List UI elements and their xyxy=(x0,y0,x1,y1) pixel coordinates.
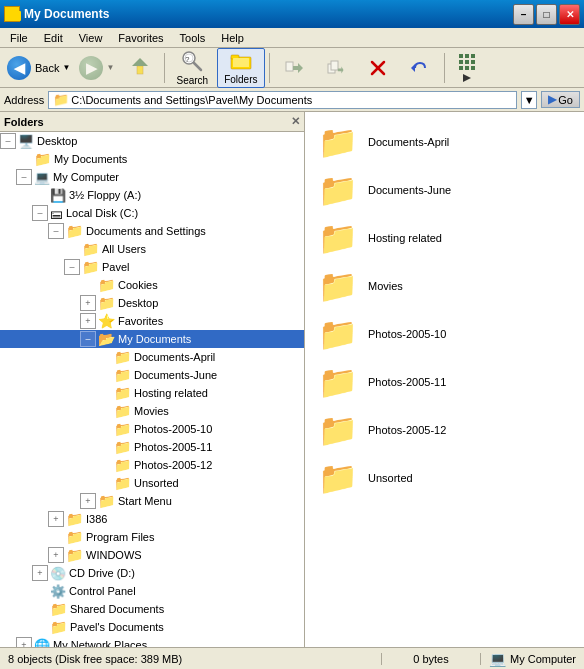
tree-label-my-documents-sel: My Documents xyxy=(118,333,191,345)
tree-label-pavels-docs: Pavel's Documents xyxy=(70,621,164,633)
tree-item-photos-11[interactable]: 📁 Photos-2005-11 xyxy=(0,438,304,456)
tree-item-docs-april[interactable]: 📁 Documents-April xyxy=(0,348,304,366)
tree-item-favorites[interactable]: + ⭐ Favorites xyxy=(0,312,304,330)
expand-my-docs-sel[interactable]: – xyxy=(80,331,96,347)
tree-item-cd-drive[interactable]: + 💿 CD Drive (D:) xyxy=(0,564,304,582)
menu-file[interactable]: File xyxy=(2,30,36,46)
back-button[interactable]: ◀ Back ▼ xyxy=(4,53,74,83)
expand-pavel[interactable]: – xyxy=(64,259,80,275)
content-item-photos-10[interactable]: 📁 Photos-2005-10 xyxy=(309,312,580,356)
view-button[interactable] xyxy=(449,49,489,87)
delete-button[interactable] xyxy=(358,55,398,81)
tree-scroll[interactable]: – 🖥️ Desktop 📁 My Documents – 💻 My Compu… xyxy=(0,132,304,647)
tree-item-network[interactable]: + 🌐 My Network Places xyxy=(0,636,304,647)
expand-windows[interactable]: + xyxy=(48,547,64,563)
content-label-photos-12: Photos-2005-12 xyxy=(368,424,446,436)
content-item-photos-12[interactable]: 📁 Photos-2005-12 xyxy=(309,408,580,452)
tree-label-local-disk: Local Disk (C:) xyxy=(66,207,138,219)
all-users-icon: 📁 xyxy=(82,241,99,257)
tree-item-cookies[interactable]: 📁 Cookies xyxy=(0,276,304,294)
up-button[interactable] xyxy=(120,53,160,82)
menu-edit[interactable]: Edit xyxy=(36,30,71,46)
tree-item-local-disk[interactable]: – 🖴 Local Disk (C:) xyxy=(0,204,304,222)
tree-item-unsorted[interactable]: 📁 Unsorted xyxy=(0,474,304,492)
folders-close-btn[interactable]: ✕ xyxy=(291,115,300,128)
tree-item-all-users[interactable]: 📁 All Users xyxy=(0,240,304,258)
menu-view[interactable]: View xyxy=(71,30,111,46)
tree-item-program-files[interactable]: 📁 Program Files xyxy=(0,528,304,546)
address-folder-icon: 📁 xyxy=(53,92,69,107)
folders-button[interactable]: Folders xyxy=(217,48,264,88)
tree-item-docs-june[interactable]: 📁 Documents-June xyxy=(0,366,304,384)
copy-button[interactable] xyxy=(316,55,356,81)
back-dropdown-icon[interactable]: ▼ xyxy=(61,63,71,72)
tree-item-my-documents[interactable]: 📁 My Documents xyxy=(0,150,304,168)
tree-item-i386[interactable]: + 📁 I386 xyxy=(0,510,304,528)
forward-button[interactable]: ▶ ▼ xyxy=(76,53,118,83)
expand-desktop[interactable]: – xyxy=(0,133,16,149)
address-dropdown[interactable]: ▼ xyxy=(521,91,537,109)
content-item-photos-11[interactable]: 📁 Photos-2005-11 xyxy=(309,360,580,404)
expand-desktop2[interactable]: + xyxy=(80,295,96,311)
tree-item-hosting[interactable]: 📁 Hosting related xyxy=(0,384,304,402)
move-button[interactable] xyxy=(274,55,314,81)
tree-item-photos-12[interactable]: 📁 Photos-2005-12 xyxy=(0,456,304,474)
tree-item-shared-docs[interactable]: 📁 Shared Documents xyxy=(0,600,304,618)
tree-item-floppy[interactable]: 💾 3½ Floppy (A:) xyxy=(0,186,304,204)
address-label: Address xyxy=(4,94,44,106)
content-docs-june-icon: 📁 xyxy=(318,171,358,209)
svg-rect-19 xyxy=(459,54,463,58)
address-input[interactable]: 📁 C:\Documents and Settings\Pavel\My Doc… xyxy=(48,91,517,109)
minimize-button[interactable]: – xyxy=(513,4,534,25)
menu-favorites[interactable]: Favorites xyxy=(110,30,171,46)
control-panel-icon: ⚙️ xyxy=(50,584,66,599)
tree-item-my-documents-sel[interactable]: – 📂 My Documents xyxy=(0,330,304,348)
menu-tools[interactable]: Tools xyxy=(172,30,214,46)
go-button[interactable]: ▶ Go xyxy=(541,91,580,108)
undo-button[interactable] xyxy=(400,55,440,81)
tree-item-windows[interactable]: + 📁 WINDOWS xyxy=(0,546,304,564)
search-button[interactable]: ? Search xyxy=(169,47,215,89)
expand-local-disk[interactable]: – xyxy=(32,205,48,221)
menu-bar: File Edit View Favorites Tools Help xyxy=(0,28,584,48)
svg-rect-14 xyxy=(331,61,338,70)
tree-item-photos-10[interactable]: 📁 Photos-2005-10 xyxy=(0,420,304,438)
tree-item-movies[interactable]: 📁 Movies xyxy=(0,402,304,420)
photos-12-icon: 📁 xyxy=(114,457,131,473)
back-label: Back xyxy=(35,62,59,74)
folders-header-label: Folders xyxy=(4,116,44,128)
tree-item-desktop[interactable]: – 🖥️ Desktop xyxy=(0,132,304,150)
i386-icon: 📁 xyxy=(66,511,83,527)
expand-start-menu[interactable]: + xyxy=(80,493,96,509)
tree-item-start-menu[interactable]: + 📁 Start Menu xyxy=(0,492,304,510)
content-item-docs-june[interactable]: 📁 Documents-June xyxy=(309,168,580,212)
expand-cd-drive[interactable]: + xyxy=(32,565,48,581)
expand-my-computer[interactable]: – xyxy=(16,169,32,185)
cd-icon: 💿 xyxy=(50,566,66,581)
tree-item-docs-settings[interactable]: – 📁 Documents and Settings xyxy=(0,222,304,240)
menu-help[interactable]: Help xyxy=(213,30,252,46)
content-item-unsorted[interactable]: 📁 Unsorted xyxy=(309,456,580,500)
content-panel[interactable]: 📁 Documents-April 📁 Documents-June 📁 Hos… xyxy=(305,112,584,647)
content-label-docs-april: Documents-April xyxy=(368,136,449,148)
close-button[interactable]: ✕ xyxy=(559,4,580,25)
tree-item-pavel[interactable]: – 📁 Pavel xyxy=(0,258,304,276)
maximize-button[interactable]: □ xyxy=(536,4,557,25)
expand-i386[interactable]: + xyxy=(48,511,64,527)
expand-network[interactable]: + xyxy=(16,637,32,647)
status-info: 8 objects (Disk free space: 389 MB) xyxy=(8,653,381,665)
content-item-hosting[interactable]: 📁 Hosting related xyxy=(309,216,580,260)
expand-favorites[interactable]: + xyxy=(80,313,96,329)
back-icon: ◀ xyxy=(7,56,31,80)
toolbar: ◀ Back ▼ ▶ ▼ ? Search xyxy=(0,48,584,88)
forward-dropdown-icon[interactable]: ▼ xyxy=(105,63,115,72)
tree-item-pavels-docs[interactable]: 📁 Pavel's Documents xyxy=(0,618,304,636)
tree-item-my-computer[interactable]: – 💻 My Computer xyxy=(0,168,304,186)
tree-label-start-menu: Start Menu xyxy=(118,495,172,507)
tree-item-control-panel[interactable]: ⚙️ Control Panel xyxy=(0,582,304,600)
content-item-movies[interactable]: 📁 Movies xyxy=(309,264,580,308)
tree-item-desktop2[interactable]: + 📁 Desktop xyxy=(0,294,304,312)
content-item-docs-april[interactable]: 📁 Documents-April xyxy=(309,120,580,164)
tree-label-windows: WINDOWS xyxy=(86,549,142,561)
expand-docs-settings[interactable]: – xyxy=(48,223,64,239)
